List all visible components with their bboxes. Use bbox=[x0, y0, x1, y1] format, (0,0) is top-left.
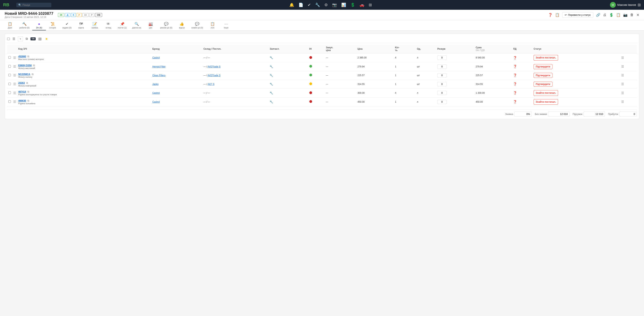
document-action-icon[interactable]: 📋 bbox=[555, 13, 560, 17]
tab-shop[interactable]: 🏭 цех bbox=[144, 20, 158, 30]
vin-badge[interactable]: VIN bbox=[30, 37, 36, 40]
tab-review[interactable]: 👁 огляд bbox=[102, 21, 115, 30]
part-tool-icon[interactable]: 🔧 bbox=[270, 74, 273, 77]
tab-other[interactable]: ⋯ Інше bbox=[219, 20, 233, 30]
chart-icon[interactable]: 📊 bbox=[341, 3, 346, 7]
part-tool-icon[interactable]: 🔧 bbox=[270, 65, 273, 68]
tab-diag[interactable]: 🔍 діагно-ка bbox=[130, 20, 144, 30]
part-tool-icon[interactable]: 🔧 bbox=[270, 83, 273, 86]
pd-help-icon[interactable]: ❓ bbox=[513, 100, 517, 103]
copy-code-icon[interactable]: ⧉ bbox=[28, 99, 29, 102]
favorite-button[interactable]: ★ bbox=[44, 37, 48, 41]
row-overflow-button[interactable]: ☰ bbox=[621, 56, 624, 60]
part-code[interactable]: 467414 bbox=[18, 90, 26, 93]
row-overflow-button[interactable]: ☰ bbox=[621, 73, 624, 77]
car-icon[interactable]: 🚗 bbox=[360, 3, 364, 7]
part-code[interactable]: 466630 bbox=[18, 99, 26, 102]
status-action-button[interactable]: Знайти постачал. bbox=[534, 90, 558, 96]
menu-button[interactable]: ☰ bbox=[12, 37, 16, 41]
row-menu-button[interactable]: ☰ bbox=[13, 100, 16, 104]
profit-input[interactable] bbox=[619, 112, 637, 116]
row-menu-button[interactable]: ☰ bbox=[13, 82, 16, 86]
brand-link[interactable]: Castrol bbox=[152, 92, 160, 94]
badge-k[interactable]: К bbox=[71, 13, 76, 17]
part-code[interactable]: E860H D358 bbox=[18, 64, 32, 67]
reserve-input[interactable] bbox=[437, 65, 447, 69]
status-action-button[interactable]: Підтвердити bbox=[534, 64, 552, 69]
badge-ov[interactable]: ОВ bbox=[95, 13, 102, 17]
row-overflow-button[interactable]: ☰ bbox=[621, 100, 624, 104]
wrench-icon[interactable]: 🔧 bbox=[315, 3, 320, 7]
barcode-button[interactable]: ▤ bbox=[38, 36, 42, 41]
add-button[interactable]: + bbox=[18, 36, 23, 41]
row-checkbox[interactable] bbox=[8, 65, 11, 68]
reserve-input[interactable] bbox=[437, 56, 447, 60]
row-overflow-button[interactable]: ☰ bbox=[621, 82, 624, 86]
tab-parts[interactable]: ● 3/ч (6) bbox=[32, 21, 46, 30]
photo-icon[interactable]: 📷 bbox=[623, 13, 628, 17]
pd-help-icon[interactable]: ❓ bbox=[513, 91, 517, 95]
row-menu-button[interactable]: ☰ bbox=[13, 65, 16, 68]
copy-code-icon[interactable]: ⧉ bbox=[28, 90, 29, 93]
copy-button[interactable]: ⧉ bbox=[25, 37, 28, 41]
badge-r[interactable]: Р bbox=[89, 13, 94, 17]
status-button[interactable]: ↩ Перевести у статус bbox=[562, 12, 593, 18]
link-icon[interactable]: 🔗 bbox=[596, 13, 600, 17]
brand-link[interactable]: Clean Filters bbox=[152, 74, 165, 77]
search-input[interactable] bbox=[22, 4, 48, 7]
no-discount-input[interactable] bbox=[548, 112, 570, 116]
brand-link[interactable]: Castrol bbox=[152, 100, 160, 103]
tab-recoms[interactable]: 💬 реком-ції (0) bbox=[158, 20, 175, 30]
tab-posts[interactable]: 📌 пости (1) bbox=[115, 20, 129, 30]
row-checkbox[interactable] bbox=[8, 91, 11, 94]
part-tool-icon[interactable]: 🔧 bbox=[270, 100, 273, 103]
help-icon[interactable]: ❓ bbox=[548, 13, 552, 17]
print-icon[interactable]: 🖨 bbox=[603, 13, 606, 17]
copy-code-icon[interactable]: ⧉ bbox=[33, 64, 35, 67]
row-menu-button[interactable]: ☰ bbox=[13, 91, 16, 95]
tab-comments[interactable]: 💬 комен-рі (0) bbox=[188, 20, 206, 30]
status-action-button[interactable]: Знайти постачал. bbox=[534, 55, 558, 61]
copy-action-icon[interactable]: 📋 bbox=[616, 13, 620, 17]
status-action-button[interactable]: Підтвердити bbox=[534, 82, 552, 87]
dollar-icon[interactable]: 💲 bbox=[350, 3, 355, 7]
row-checkbox[interactable] bbox=[8, 100, 11, 103]
row-checkbox[interactable] bbox=[8, 74, 11, 76]
supplier-link[interactable]: AVDTrade S bbox=[208, 65, 220, 68]
close-icon[interactable]: ✕ bbox=[636, 13, 639, 17]
tab-tasks[interactable]: ✔ задачі (0) bbox=[60, 20, 74, 30]
brand-link[interactable]: Hengst Filter bbox=[152, 65, 166, 68]
tab-data[interactable]: 📋 Дані bbox=[3, 20, 17, 30]
part-tool-icon[interactable]: 🔧 bbox=[270, 56, 273, 59]
badge-3k[interactable]: 3К bbox=[58, 13, 64, 17]
pd-help-icon[interactable]: ❓ bbox=[513, 82, 517, 86]
status-action-button[interactable]: Підтвердити bbox=[534, 73, 552, 78]
badge-d[interactable]: Д bbox=[65, 13, 70, 17]
copy-code-icon[interactable]: ⧉ bbox=[28, 55, 29, 58]
apps-icon[interactable]: ⊞ bbox=[638, 3, 641, 7]
subtotal-input[interactable] bbox=[584, 112, 605, 116]
part-code[interactable]: 20263 bbox=[18, 82, 25, 84]
tab-history[interactable]: 📜 історія bbox=[46, 20, 60, 30]
pd-help-icon[interactable]: ❓ bbox=[513, 56, 517, 59]
row-menu-button[interactable]: ☰ bbox=[13, 73, 16, 77]
tab-logs[interactable]: 📋 логі bbox=[206, 20, 219, 30]
status-action-button[interactable]: Знайти постачал. bbox=[534, 99, 558, 105]
brand-link[interactable]: Japko bbox=[152, 83, 158, 86]
tab-map[interactable]: 🗺 карта bbox=[74, 21, 88, 30]
search-box[interactable]: 🔍 bbox=[16, 3, 51, 7]
pd-help-icon[interactable]: ❓ bbox=[513, 65, 517, 68]
tab-works[interactable]: 🔨 роботи (6) bbox=[17, 20, 32, 30]
brand-link[interactable]: Castrol bbox=[152, 56, 160, 59]
reserve-input[interactable] bbox=[437, 73, 447, 78]
part-code[interactable]: NC2358CA bbox=[18, 73, 30, 76]
pd-help-icon[interactable]: ❓ bbox=[513, 74, 517, 77]
notification-icon[interactable]: 🔔 bbox=[289, 3, 294, 7]
select-all-checkbox[interactable] bbox=[7, 38, 10, 40]
document-icon[interactable]: 📄 bbox=[298, 3, 303, 7]
row-overflow-button[interactable]: ☰ bbox=[621, 65, 624, 68]
row-overflow-button[interactable]: ☰ bbox=[621, 91, 624, 95]
dollar-action-icon[interactable]: 💲 bbox=[609, 13, 614, 17]
copy-code-icon[interactable]: ⧉ bbox=[26, 81, 28, 84]
reserve-input[interactable] bbox=[437, 91, 447, 95]
